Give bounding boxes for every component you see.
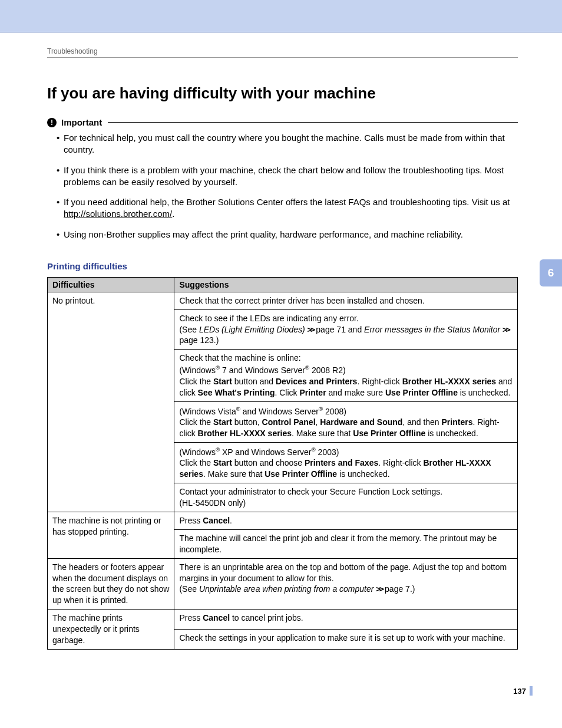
suggestion-cell: There is an unprintable area on the top … <box>174 558 518 610</box>
ref-arrow-icon: >> <box>376 584 382 594</box>
page-number: 137 <box>513 687 526 696</box>
difficulties-table: Difficulties Suggestions No printout. Ch… <box>47 277 518 650</box>
difficulty-cell: The machine prints unexpectedly or it pr… <box>48 610 174 650</box>
section-heading: Printing difficulties <box>47 261 518 271</box>
breadcrumb: Troubleshooting <box>47 47 518 58</box>
suggestion-cell: (Windows Vista® and Windows Server® 2008… <box>174 401 518 442</box>
important-rule <box>108 122 518 123</box>
suggestion-cell: Check that the machine is online: (Windo… <box>174 350 518 401</box>
solutions-link[interactable]: http://solutions.brother.com/ <box>64 209 172 219</box>
difficulty-cell: The machine is not printing or has stopp… <box>48 512 174 558</box>
important-icon: ! <box>47 118 57 127</box>
important-bullet: Using non-Brother supplies may affect th… <box>57 229 518 241</box>
important-bullet: For technical help, you must call the co… <box>57 132 518 156</box>
page-number-container: 137 <box>513 686 533 696</box>
table-row: The headers or footers appear when the d… <box>48 558 518 610</box>
ref-arrow-icon: >> <box>308 325 314 334</box>
difficulty-cell: The headers or footers appear when the d… <box>48 558 174 610</box>
top-header-bar <box>0 0 562 32</box>
important-bullet: If you need additional help, the Brother… <box>57 196 518 220</box>
chapter-tab[interactable]: 6 <box>540 259 562 286</box>
table-header-difficulties: Difficulties <box>48 277 174 292</box>
ref-arrow-icon: >> <box>503 325 509 334</box>
important-label: Important <box>61 117 102 127</box>
important-notice: ! Important For technical help, you must… <box>47 117 518 241</box>
page-title: If you are having difficulty with your m… <box>47 84 518 103</box>
suggestion-cell: Check the settings in your application t… <box>174 630 518 650</box>
table-row: The machine prints unexpectedly or it pr… <box>48 610 518 630</box>
table-row: The machine is not printing or has stopp… <box>48 512 518 529</box>
page-accent-bar <box>530 686 533 696</box>
suggestion-cell: Contact your administrator to check your… <box>174 483 518 512</box>
table-header-suggestions: Suggestions <box>174 277 518 292</box>
table-row: No printout. Check that the correct prin… <box>48 292 518 309</box>
suggestion-cell: Press Cancel to cancel print jobs. <box>174 610 518 630</box>
suggestion-cell: Press Cancel. <box>174 512 518 529</box>
suggestion-cell: (Windows® XP and Windows Server® 2003) C… <box>174 442 518 483</box>
suggestion-cell: Check that the correct printer driver ha… <box>174 292 518 309</box>
important-bullet: If you think there is a problem with you… <box>57 164 518 189</box>
suggestion-cell: Check to see if the LEDs are indicating … <box>174 309 518 350</box>
difficulty-cell: No printout. <box>48 292 174 512</box>
suggestion-cell: The machine will cancel the print job an… <box>174 529 518 558</box>
